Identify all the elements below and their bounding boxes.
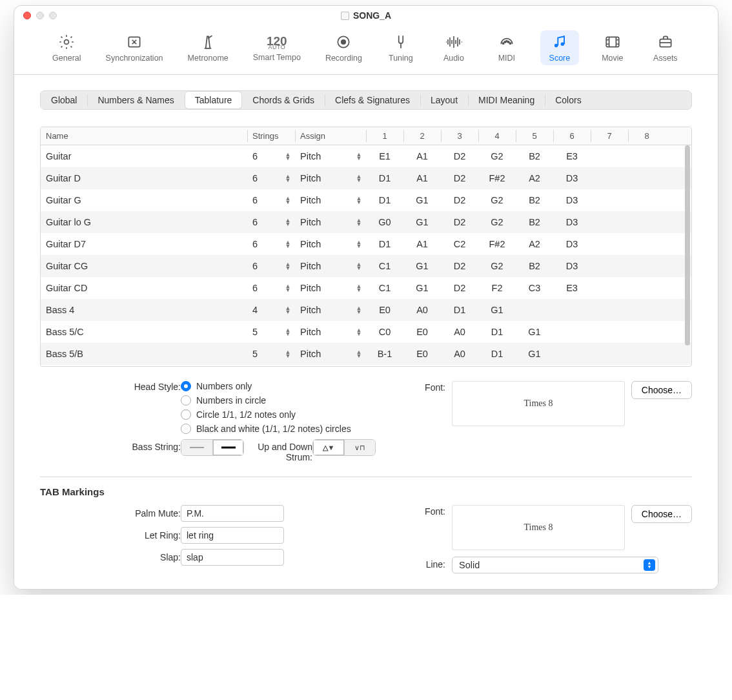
cell-pitch-5[interactable]: C3 [516,283,553,293]
let-ring-input[interactable]: let ring [181,527,284,544]
toolbar-general[interactable]: General [47,30,86,65]
cell-pitch-6[interactable]: D3 [553,217,591,227]
palm-mute-input[interactable]: P.M. [181,505,284,522]
col-1[interactable]: 1 [366,127,403,145]
cell-pitch-3[interactable]: D2 [441,195,478,205]
cell-pitch-4[interactable]: G1 [478,305,516,315]
cell-strings[interactable]: 4▲▼ [247,305,295,315]
col-3[interactable]: 3 [441,127,478,145]
table-row[interactable]: Guitar lo G6▲▼Pitch▲▼G0G1D2G2B2D3 [41,211,691,233]
col-7[interactable]: 7 [591,127,628,145]
table-row[interactable]: Guitar D76▲▼Pitch▲▼D1A1C2F#2A2D3 [41,233,691,255]
cell-assign[interactable]: Pitch▲▼ [295,305,366,315]
cell-pitch-4[interactable]: G2 [478,261,516,271]
cell-strings[interactable]: 5▲▼ [247,327,295,337]
cell-pitch-6[interactable]: E3 [553,283,591,293]
choose-tab-font-button[interactable]: Choose… [631,505,692,523]
stepper-icon[interactable]: ▲▼ [354,196,363,204]
toolbar-tuning[interactable]: Tuning [381,30,420,65]
scrollbar[interactable] [684,145,690,365]
toolbar-recording[interactable]: Recording [320,30,367,65]
cell-pitch-5[interactable]: B2 [516,217,553,227]
stepper-icon[interactable]: ▲▼ [283,284,292,292]
cell-pitch-1[interactable]: D1 [366,173,403,183]
choose-font-button[interactable]: Choose… [631,381,692,399]
close-window-button[interactable] [23,12,31,19]
cell-strings[interactable]: 5▲▼ [247,349,295,359]
stepper-icon[interactable]: ▲▼ [283,196,292,204]
cell-pitch-1[interactable]: B-1 [366,349,403,359]
cell-pitch-2[interactable]: A0 [403,305,441,315]
toolbar-synchronization[interactable]: Synchronization [101,30,168,65]
bass-string-segmented[interactable] [181,439,244,456]
cell-pitch-2[interactable]: G1 [403,195,441,205]
cell-pitch-3[interactable]: A0 [441,327,478,337]
strum-style-a[interactable]: △▼ [313,440,344,455]
stepper-icon[interactable]: ▲▼ [354,174,363,182]
subtab-numbers-names[interactable]: Numbers & Names [87,91,184,109]
stepper-icon[interactable]: ▲▼ [283,218,292,226]
cell-pitch-4[interactable]: D1 [478,349,516,359]
cell-pitch-3[interactable]: D2 [441,283,478,293]
cell-pitch-6[interactable]: D3 [553,173,591,183]
stepper-icon[interactable]: ▲▼ [354,262,363,270]
cell-pitch-4[interactable]: G2 [478,195,516,205]
strum-style-b[interactable]: ∨⊓ [344,440,375,455]
table-row[interactable]: Bass 5/B5▲▼Pitch▲▼B-1E0A0D1G1 [41,343,691,365]
table-row[interactable]: Bass 5/C5▲▼Pitch▲▼C0E0A0D1G1 [41,321,691,343]
cell-pitch-3[interactable]: A0 [441,349,478,359]
table-row[interactable]: Guitar CD6▲▼Pitch▲▼C1G1D2F2C3E3 [41,277,691,299]
cell-strings[interactable]: 6▲▼ [247,195,295,205]
toolbar-midi[interactable]: MIDI [487,30,526,65]
cell-assign[interactable]: Pitch▲▼ [295,283,366,293]
cell-assign[interactable]: Pitch▲▼ [295,195,366,205]
cell-pitch-2[interactable]: A1 [403,151,441,161]
table-row[interactable]: Guitar G6▲▼Pitch▲▼D1G1D2G2B2D3 [41,189,691,211]
cell-pitch-1[interactable]: C1 [366,283,403,293]
line-select[interactable]: Solid ▲▼ [452,557,658,573]
col-4[interactable]: 4 [478,127,516,145]
col-assign[interactable]: Assign [295,127,366,145]
cell-strings[interactable]: 6▲▼ [247,261,295,271]
cell-strings[interactable]: 6▲▼ [247,173,295,183]
cell-pitch-1[interactable]: C0 [366,327,403,337]
cell-pitch-5[interactable]: G1 [516,327,553,337]
cell-pitch-4[interactable]: F2 [478,283,516,293]
cell-assign[interactable]: Pitch▲▼ [295,327,366,337]
cell-pitch-6[interactable]: E3 [553,151,591,161]
subtab-clefs-signatures[interactable]: Clefs & Signatures [325,91,420,109]
col-8[interactable]: 8 [628,127,666,145]
col-6[interactable]: 6 [553,127,591,145]
stepper-icon[interactable]: ▲▼ [283,174,292,182]
cell-pitch-2[interactable]: E0 [403,327,441,337]
toolbar-movie[interactable]: Movie [593,30,632,65]
cell-pitch-2[interactable]: E0 [403,349,441,359]
stepper-icon[interactable]: ▲▼ [354,350,363,358]
cell-assign[interactable]: Pitch▲▼ [295,151,366,161]
cell-pitch-3[interactable]: D2 [441,217,478,227]
cell-strings[interactable]: 6▲▼ [247,217,295,227]
stepper-icon[interactable]: ▲▼ [354,284,363,292]
cell-pitch-2[interactable]: G1 [403,261,441,271]
cell-pitch-2[interactable]: G1 [403,217,441,227]
cell-pitch-5[interactable]: B2 [516,195,553,205]
stepper-icon[interactable]: ▲▼ [283,152,292,160]
cell-strings[interactable]: 6▲▼ [247,151,295,161]
radio-circle-half[interactable]: Circle 1/1, 1/2 notes only [181,409,376,420]
stepper-icon[interactable]: ▲▼ [354,240,363,248]
table-row[interactable]: Bass 44▲▼Pitch▲▼E0A0D1G1 [41,299,691,321]
cell-assign[interactable]: Pitch▲▼ [295,349,366,359]
cell-strings[interactable]: 6▲▼ [247,283,295,293]
bass-string-thin[interactable] [181,440,212,455]
subtab-midi-meaning[interactable]: MIDI Meaning [468,91,545,109]
col-strings[interactable]: Strings [247,127,295,145]
cell-pitch-2[interactable]: G1 [403,283,441,293]
cell-pitch-4[interactable]: G2 [478,151,516,161]
stepper-icon[interactable]: ▲▼ [354,328,363,336]
minimize-window-button[interactable] [36,12,44,19]
table-row[interactable]: Guitar6▲▼Pitch▲▼E1A1D2G2B2E3 [41,145,691,167]
stepper-icon[interactable]: ▲▼ [354,306,363,314]
cell-pitch-3[interactable]: D2 [441,261,478,271]
toolbar-score[interactable]: Score [540,30,579,65]
cell-assign[interactable]: Pitch▲▼ [295,217,366,227]
